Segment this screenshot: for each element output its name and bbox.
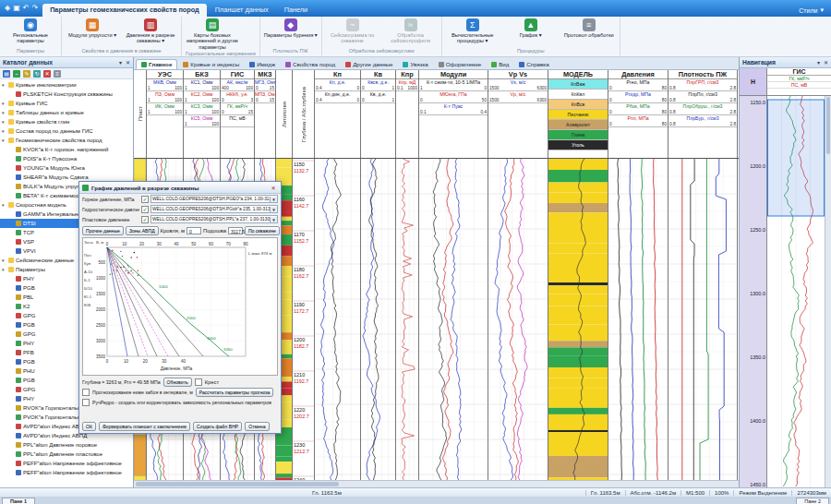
curve-header-cell[interactable]: КС2, Омм1100 bbox=[184, 91, 220, 103]
plot-tab[interactable]: Свойства пород bbox=[281, 60, 340, 69]
curve-header-cell[interactable]: Vs, м/с15006300 bbox=[488, 79, 548, 91]
top-depth-field[interactable]: 0 bbox=[187, 227, 201, 234]
close-icon[interactable]: ✕ bbox=[824, 59, 828, 66]
ok-button[interactable]: ОК bbox=[82, 422, 96, 431]
track-body-depth[interactable]: 11501132.711601142.711701152.711801162.7… bbox=[293, 159, 315, 480]
track-body-density[interactable] bbox=[668, 159, 738, 480]
plot-tab[interactable]: Имидж bbox=[245, 60, 280, 69]
track-body-model[interactable] bbox=[548, 159, 608, 480]
curve-header-cell[interactable]: Vp, м/с15006300 bbox=[488, 91, 548, 103]
curve-combobox[interactable]: WELL.COLD.GEOPRES206@DTSH.PPL″а 237, 1.0… bbox=[151, 215, 278, 223]
curve-header-cell[interactable]: Кп, д.е.0.40 bbox=[315, 79, 360, 91]
ribbon-button[interactable]: ≈Обработка сейсмопрофиля bbox=[382, 18, 440, 45]
tree-item[interactable]: PEFF″alton Напряжение эффективное bbox=[0, 459, 133, 468]
ribbon-button[interactable]: ΣВычислительные процедуры ▾ bbox=[444, 18, 501, 45]
curve-header-cell[interactable]: Кп дин, д.е.0.40 bbox=[315, 91, 360, 103]
track-body-moduli[interactable] bbox=[419, 159, 488, 480]
page-tab[interactable]: Пане 1 bbox=[2, 498, 35, 504]
curve-header-cell[interactable]: ПС, мВ bbox=[221, 115, 254, 127]
track-body-kpr[interactable] bbox=[396, 159, 419, 480]
tree-item[interactable]: PLSKETCH Конструкция скважины bbox=[0, 90, 133, 99]
ribbon-button[interactable]: ≡Протокол обработки bbox=[560, 18, 618, 39]
ribbon-button[interactable]: ◆Параметры бурения ▾ bbox=[262, 18, 319, 39]
horizontal-scrollbar[interactable] bbox=[134, 480, 739, 487]
curve-header-cell[interactable]: Кв, д.е.01 bbox=[361, 91, 395, 103]
tree-item[interactable]: ▾Кривые свойств глин bbox=[0, 117, 133, 126]
curve-header-cell[interactable]: МЮнга, ГПа050 bbox=[419, 91, 488, 103]
tree-item[interactable]: PPL″alton Давление поровое bbox=[0, 440, 133, 450]
add-curve-icon[interactable]: ~ bbox=[13, 70, 20, 78]
curve-header-cell[interactable]: КС3, Омм1100 bbox=[184, 103, 220, 115]
app-tab[interactable]: Панели bbox=[277, 4, 315, 17]
undo-icon[interactable]: ↶ bbox=[23, 0, 30, 17]
refresh-icon[interactable]: ↻ bbox=[33, 70, 41, 78]
plot-tab[interactable]: Кривые и индексы bbox=[178, 60, 244, 69]
curve-header-cell[interactable]: ПлрПл, г/см30.82.8 bbox=[668, 91, 737, 103]
tree-item[interactable]: ▾Геомеханические свойства пород bbox=[0, 136, 133, 145]
curve-header-cell[interactable]: Рпл, МПа080 bbox=[608, 115, 668, 127]
plot-tab[interactable]: Главное bbox=[136, 59, 177, 69]
dialog-titlebar[interactable]: График давлений в разрезе скважины ✕ bbox=[79, 182, 281, 194]
curve-combobox[interactable]: WELL.COLD.GEOPRES206@DTSH.PGEO″а 234, 1.… bbox=[151, 195, 278, 203]
curve-header-cell[interactable]: КС5, Омм1100 bbox=[184, 115, 220, 127]
ribbon-button[interactable]: ▲График ▾ bbox=[502, 18, 560, 39]
delete-icon[interactable]: ✕ bbox=[43, 70, 51, 78]
curve-header-cell[interactable]: ГК, мкР/ч015 bbox=[221, 103, 254, 115]
curve-header-cell[interactable]: ПлрБур., г/см30.82.8 bbox=[668, 115, 737, 127]
chevron-down-icon[interactable]: ▾ bbox=[119, 59, 122, 66]
app-tab[interactable]: Параметры геомеханических свойств пород bbox=[42, 4, 207, 17]
curve-checkbox[interactable]: ✓ bbox=[141, 206, 149, 213]
track-body-kv[interactable] bbox=[361, 159, 396, 480]
tree-item[interactable]: PPL″alton Давление пластовое bbox=[0, 450, 133, 459]
forecast-checkbox[interactable] bbox=[82, 389, 90, 396]
edit-icon[interactable]: ✎ bbox=[23, 70, 30, 78]
curve-header-cell[interactable]: К-т сжим-ти, 10-5 1/МПа10 bbox=[419, 79, 488, 91]
curve-checkbox[interactable]: ✓ bbox=[141, 196, 149, 203]
ribbon-button[interactable]: ▦Модули упругости ▾ bbox=[64, 18, 121, 39]
scrollbar-thumb[interactable] bbox=[136, 482, 339, 486]
tree-item[interactable]: POIS″а К-т Пуассона bbox=[0, 154, 133, 163]
curve-combobox[interactable]: WELL.COLD.GEOPRES206@DTSH.PGidr″а 235, 1… bbox=[151, 205, 278, 213]
page-tab[interactable]: Пане 2 bbox=[796, 498, 829, 504]
settings-icon[interactable]: ≡ bbox=[54, 70, 61, 78]
plot-tab[interactable]: Другие данные bbox=[341, 60, 397, 69]
forecast-calc-button[interactable]: Рассчитать параметры прогноза bbox=[196, 388, 274, 397]
app-tab[interactable]: Планшет данных bbox=[208, 4, 276, 17]
by-well-button[interactable]: По скважине bbox=[245, 226, 280, 235]
refresh-button[interactable]: Обновить bbox=[163, 378, 192, 387]
navigation-minimap[interactable]: 1150.01200.01250.01300.01350.01400.01450… bbox=[740, 96, 831, 487]
tree-item[interactable]: ▾Состав пород по данным ГИС bbox=[0, 126, 133, 136]
curve-checkbox[interactable]: ✓ bbox=[141, 216, 149, 223]
curve-header-cell[interactable]: МПЗ, Омм015 bbox=[255, 91, 275, 103]
avpd-zones-button[interactable]: Зоны АВПД bbox=[126, 226, 159, 235]
other-data-button[interactable]: Прочие данные bbox=[82, 226, 124, 235]
ribbon-button[interactable]: ▥Давления в разрезе скважины ▾ bbox=[122, 18, 179, 45]
curve-header-cell[interactable]: К-т Пуас0.10.4 bbox=[419, 103, 488, 115]
close-icon[interactable]: ✕ bbox=[269, 185, 278, 191]
ribbon-button[interactable]: ~Сейсмограмма по скважине bbox=[324, 18, 381, 45]
ribbon-button[interactable]: ◉Региональные параметры bbox=[2, 18, 59, 45]
curve-header-cell[interactable]: Квсв, д.е.01 bbox=[361, 79, 395, 91]
curve-header-cell[interactable]: Ргео, МПа080 bbox=[608, 79, 668, 91]
track-body-vpvs[interactable] bbox=[488, 159, 548, 480]
navigation-curves[interactable] bbox=[767, 96, 825, 487]
save-icon[interactable]: ▣ bbox=[13, 0, 20, 17]
pressure-depth-chart[interactable]: ЗонаВ, м01020304050607080500100015002000… bbox=[82, 237, 278, 376]
plot-tab[interactable]: Вид bbox=[487, 60, 513, 69]
styles-menu[interactable]: Стили bbox=[799, 7, 817, 14]
close-icon[interactable]: ✕ bbox=[126, 59, 130, 66]
tree-item[interactable]: KVOK″а К-т горизон. напряжений bbox=[0, 145, 133, 154]
tree-item[interactable]: ▾Таблицы данных и кривые bbox=[0, 108, 133, 117]
curve-header-cell[interactable]: МГЗ, Омм015 bbox=[255, 79, 275, 91]
curve-header-cell[interactable]: Ргидр, МПа080 bbox=[608, 91, 668, 103]
tree-item[interactable]: ▾Кривые инклинометрии bbox=[0, 80, 133, 90]
track-body-kp[interactable] bbox=[315, 159, 361, 480]
vertical-scrollbar[interactable] bbox=[825, 96, 831, 487]
ribbon-button[interactable]: ▤Карты боковых напряжений и другие парам… bbox=[184, 18, 241, 51]
curve-header-cell[interactable]: ПлрОбруш., г/см30.82.8 bbox=[668, 103, 737, 115]
bottom-depth-field[interactable]: 3117.57 bbox=[228, 227, 243, 234]
tree-item[interactable]: PEFF″alton Напряжение эффективное bbox=[0, 468, 133, 477]
curve-header-cell[interactable]: КС1, Омм1100 bbox=[184, 79, 220, 91]
form-tablet-button[interactable]: Формировать планшет с заключением bbox=[99, 422, 190, 431]
cancel-button[interactable]: Отмена bbox=[245, 422, 269, 431]
